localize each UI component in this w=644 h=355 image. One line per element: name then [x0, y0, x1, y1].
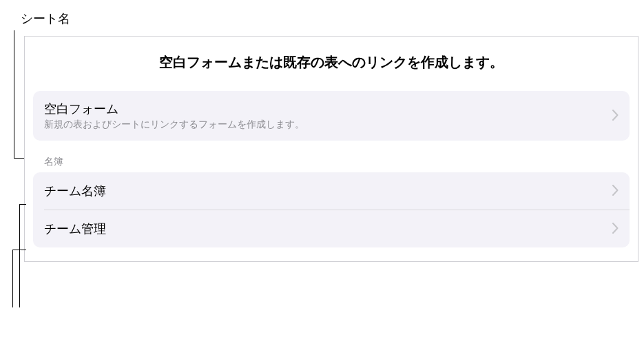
chevron-right-icon — [612, 182, 619, 200]
callout-sheet-name-label: シート名 — [21, 10, 70, 27]
roster-card: チーム名簿 チーム管理 — [33, 172, 630, 247]
blank-form-subtitle: 新規の表およびシートにリンクするフォームを作成します。 — [44, 119, 607, 131]
team-management-row[interactable]: チーム管理 — [33, 210, 630, 247]
blank-form-content: 空白フォーム 新規の表およびシートにリンクするフォームを作成します。 — [44, 101, 607, 131]
chevron-right-icon — [612, 220, 619, 238]
blank-form-title: 空白フォーム — [44, 101, 607, 117]
team-roster-content: チーム名簿 — [44, 183, 607, 199]
team-management-content: チーム管理 — [44, 221, 607, 237]
blank-form-row[interactable]: 空白フォーム 新規の表およびシートにリンクするフォームを作成します。 — [33, 91, 630, 141]
panel-title: 空白フォームまたは既存の表へのリンクを作成します。 — [33, 53, 630, 72]
section-header-roster: 名簿 — [44, 156, 630, 168]
form-link-panel: 空白フォームまたは既存の表へのリンクを作成します。 空白フォーム 新規の表および… — [24, 36, 638, 262]
team-roster-row[interactable]: チーム名簿 — [33, 172, 630, 210]
team-management-label: チーム管理 — [44, 221, 607, 237]
blank-form-card: 空白フォーム 新規の表およびシートにリンクするフォームを作成します。 — [33, 91, 630, 141]
chevron-right-icon — [612, 107, 619, 125]
team-roster-label: チーム名簿 — [44, 183, 607, 199]
callout-line-bottom-2 — [12, 250, 26, 307]
